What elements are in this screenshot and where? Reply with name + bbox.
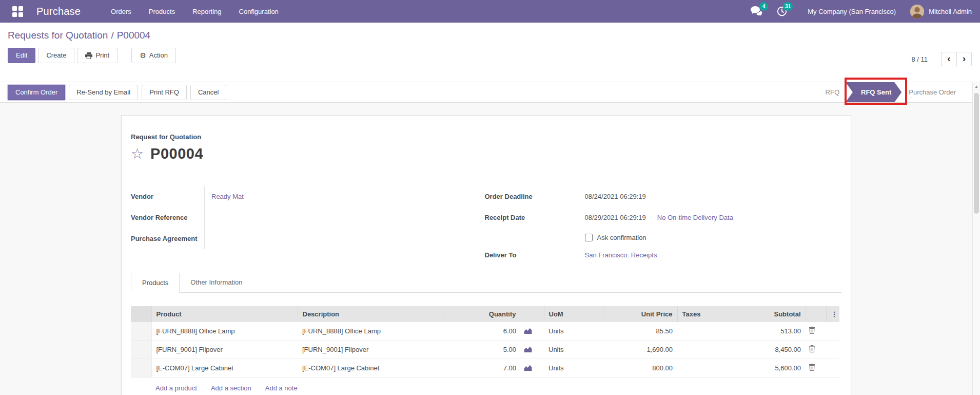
state-purchase-order[interactable]: Purchase Order	[909, 88, 956, 96]
vertical-scrollbar[interactable]: ▲	[972, 82, 980, 395]
scroll-up-arrow-icon[interactable]: ▲	[973, 82, 980, 89]
cell-uom: Units	[544, 359, 603, 378]
avatar[interactable]	[910, 5, 924, 18]
pager-previous-button[interactable]: ‹	[941, 52, 956, 66]
column-description: Description	[298, 306, 444, 322]
menu-reporting[interactable]: Reporting	[184, 8, 230, 15]
table-footer-links: Add a product Add a section Add a note	[131, 378, 841, 392]
breadcrumb-parent[interactable]: Requests for Quotation	[8, 30, 108, 41]
forecast-graph-icon[interactable]	[524, 346, 532, 352]
edit-button[interactable]: Edit	[8, 48, 35, 63]
ask-confirmation-checkbox[interactable]	[585, 234, 593, 241]
column-uom: UoM	[544, 306, 603, 322]
form-statusbar: Confirm Order Re-Send by Email Print RFQ…	[0, 82, 980, 103]
document-number: P00004	[150, 145, 203, 162]
doc-type-label: Request for Quotation	[131, 133, 841, 141]
order-deadline-label: Order Deadline	[485, 186, 578, 207]
vendor-value-link[interactable]: Ready Mat	[211, 193, 244, 200]
delete-row-icon[interactable]	[809, 345, 815, 352]
cell-quantity: 5.00	[444, 341, 521, 359]
user-photo-icon	[910, 5, 924, 18]
deliver-to-value-link[interactable]: San Francisco: Receipts	[585, 251, 657, 259]
activities-button[interactable]: 31	[777, 6, 787, 16]
create-button[interactable]: Create	[38, 48, 74, 63]
print-button[interactable]: Print	[77, 48, 117, 63]
user-menu[interactable]: Mitchell Admin	[929, 8, 972, 15]
delete-row-icon[interactable]	[809, 327, 815, 334]
messages-badge: 4	[759, 2, 768, 11]
action-button[interactable]: ⚙ Action	[131, 48, 176, 63]
tab-products[interactable]: Products	[131, 273, 180, 293]
form-sheet: Request for Quotation ☆ P00004 Vendor Re…	[121, 115, 851, 395]
column-quantity: Quantity	[444, 306, 521, 322]
table-row[interactable]: [FURN_8888] Office Lamp [FURN_8888] Offi…	[131, 322, 839, 341]
vendor-reference-value	[205, 207, 211, 228]
apps-menu-button[interactable]	[11, 5, 24, 18]
optional-columns-icon[interactable]: ⋮	[826, 306, 839, 322]
cell-product: [E-COM07] Large Cabinet	[151, 359, 298, 378]
field-group-left: Vendor Ready Mat Vendor Reference Purcha…	[131, 186, 485, 264]
vendor-label: Vendor	[131, 186, 205, 207]
ask-confirmation-label: Ask confirmation	[597, 234, 646, 241]
forecast-graph-icon[interactable]	[524, 364, 532, 371]
messages-button[interactable]: 4	[751, 6, 762, 16]
action-button-label: Action	[149, 51, 168, 60]
menu-configuration[interactable]: Configuration	[230, 8, 287, 15]
add-a-section-link[interactable]: Add a section	[211, 384, 251, 392]
table-row[interactable]: [E-COM07] Large Cabinet [E-COM07] Large …	[131, 359, 839, 378]
column-unit-price: Unit Price	[603, 306, 677, 322]
delete-row-icon[interactable]	[809, 364, 815, 371]
forecast-graph-icon[interactable]	[524, 327, 532, 334]
scrollbar-thumb[interactable]	[974, 93, 979, 214]
cell-subtotal: 5,600.00	[716, 359, 806, 378]
row-handle[interactable]	[131, 322, 151, 341]
form-view-area: Request for Quotation ☆ P00004 Vendor Re…	[0, 103, 980, 395]
cell-product: [FURN_9001] Flipover	[151, 341, 298, 359]
cell-unit-price: 1,690.00	[603, 341, 677, 359]
cell-description: [FURN_9001] Flipover	[298, 341, 444, 359]
cell-unit-price: 85.50	[603, 322, 677, 341]
order-deadline-value: 08/24/2021 06:29:19	[578, 186, 646, 207]
company-switcher[interactable]: My Company (San Francisco)	[808, 8, 896, 15]
table-row[interactable]: [FURN_9001] Flipover [FURN_9001] Flipove…	[131, 341, 839, 359]
app-name[interactable]: Purchase	[36, 6, 81, 17]
cell-unit-price: 800.00	[603, 359, 677, 378]
notebook-tabs: Products Other Information	[131, 273, 841, 293]
cell-description: [FURN_8888] Office Lamp	[298, 322, 444, 341]
add-a-product-link[interactable]: Add a product	[155, 384, 197, 392]
cancel-button[interactable]: Cancel	[190, 85, 226, 100]
activities-badge: 31	[783, 2, 793, 11]
delete-column-header	[806, 306, 826, 322]
tab-other-information[interactable]: Other Information	[180, 273, 253, 292]
field-group-right: Order Deadline 08/24/2021 06:29:19 Recei…	[485, 186, 842, 264]
confirm-order-button[interactable]: Confirm Order	[8, 85, 65, 100]
add-a-note-link[interactable]: Add a note	[265, 384, 298, 392]
favorite-star-icon[interactable]: ☆	[131, 147, 144, 161]
cell-subtotal: 513.00	[716, 322, 806, 341]
print-rfq-button[interactable]: Print RFQ	[142, 85, 187, 100]
menu-orders[interactable]: Orders	[102, 8, 140, 15]
purchase-agreement-value	[205, 228, 211, 249]
cell-product: [FURN_8888] Office Lamp	[151, 322, 298, 341]
cell-description: [E-COM07] Large Cabinet	[298, 359, 444, 378]
control-panel: Requests for Quotation/P00004 Edit Creat…	[0, 23, 980, 82]
cell-taxes	[677, 341, 716, 359]
column-taxes: Taxes	[677, 306, 716, 322]
pager-next-button[interactable]: ›	[956, 52, 972, 66]
row-handle[interactable]	[131, 341, 151, 359]
apps-grid-icon	[12, 6, 23, 17]
receipt-date-label: Receipt Date	[485, 207, 578, 228]
state-rfq[interactable]: RFQ	[826, 88, 839, 96]
state-rfq-sent-active[interactable]: RFQ Sent	[846, 82, 901, 102]
menu-products[interactable]: Products	[140, 8, 184, 15]
cell-taxes	[677, 359, 716, 378]
record-pager: 8 / 11 ‹ ›	[911, 52, 972, 66]
cell-taxes	[677, 322, 716, 341]
pager-counter: 8 / 11	[911, 55, 928, 63]
resend-by-email-button[interactable]: Re-Send by Email	[69, 85, 138, 100]
on-time-delivery-link[interactable]: No On-time Delivery Data	[657, 214, 733, 221]
cell-uom: Units	[544, 341, 603, 359]
print-button-label: Print	[95, 51, 109, 60]
main-menus: Orders Products Reporting Configuration	[102, 8, 287, 15]
row-handle[interactable]	[131, 359, 151, 378]
